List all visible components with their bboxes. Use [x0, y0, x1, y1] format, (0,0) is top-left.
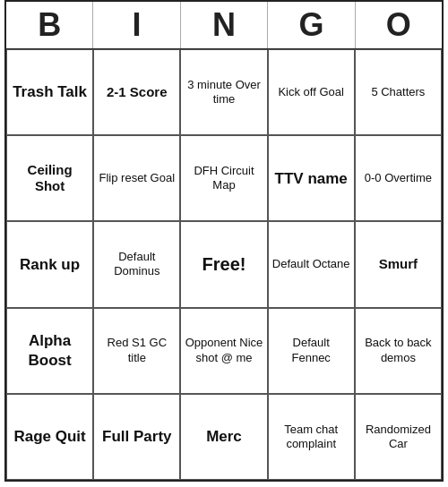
bingo-cell-6[interactable]: Flip reset Goal	[93, 135, 180, 221]
bingo-cell-21[interactable]: Full Party	[93, 394, 180, 480]
bingo-cell-20[interactable]: Rage Quit	[6, 394, 93, 480]
header-i: I	[93, 2, 180, 48]
bingo-cell-3[interactable]: Kick off Goal	[268, 49, 355, 135]
bingo-cell-12[interactable]: Free!	[180, 221, 267, 307]
bingo-cell-2[interactable]: 3 minute Over time	[180, 49, 267, 135]
bingo-header: B I N G O	[4, 0, 444, 48]
header-n: N	[181, 2, 268, 48]
bingo-cell-18[interactable]: Default Fennec	[268, 308, 355, 394]
bingo-cell-10[interactable]: Rank up	[6, 221, 93, 307]
bingo-cell-4[interactable]: 5 Chatters	[355, 49, 442, 135]
bingo-cell-9[interactable]: 0-0 Overtime	[355, 135, 442, 221]
bingo-cell-5[interactable]: Ceiling Shot	[6, 135, 93, 221]
bingo-cell-23[interactable]: Team chat complaint	[268, 394, 355, 480]
bingo-cell-22[interactable]: Merc	[180, 394, 267, 480]
bingo-cell-19[interactable]: Back to back demos	[355, 308, 442, 394]
bingo-cell-11[interactable]: Default Dominus	[93, 221, 180, 307]
bingo-cell-1[interactable]: 2-1 Score	[93, 49, 180, 135]
bingo-cell-24[interactable]: Randomized Car	[355, 394, 442, 480]
header-b: B	[6, 2, 93, 48]
bingo-grid: Trash Talk2-1 Score3 minute Over timeKic…	[4, 48, 444, 482]
bingo-cell-17[interactable]: Opponent Nice shot @ me	[180, 308, 267, 394]
bingo-cell-13[interactable]: Default Octane	[268, 221, 355, 307]
bingo-cell-0[interactable]: Trash Talk	[6, 49, 93, 135]
header-o: O	[356, 2, 442, 48]
bingo-cell-14[interactable]: Smurf	[355, 221, 442, 307]
bingo-cell-16[interactable]: Red S1 GC title	[93, 308, 180, 394]
bingo-cell-7[interactable]: DFH Circuit Map	[180, 135, 267, 221]
bingo-cell-15[interactable]: Alpha Boost	[6, 308, 93, 394]
bingo-cell-8[interactable]: TTV name	[268, 135, 355, 221]
header-g: G	[268, 2, 355, 48]
